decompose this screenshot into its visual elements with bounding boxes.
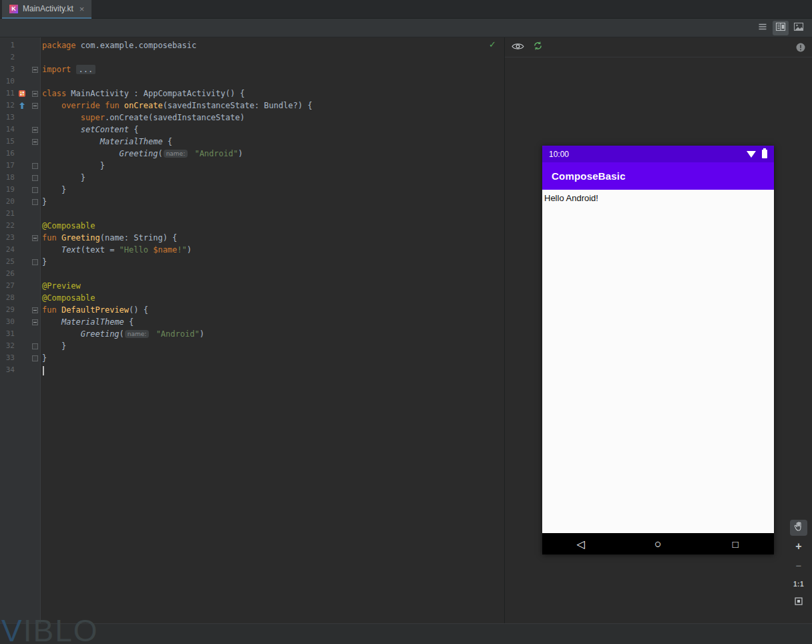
line-number[interactable]: 22: [0, 220, 15, 232]
code-text[interactable]: Greeting(name: "Android"): [41, 328, 204, 340]
line-number[interactable]: 26: [0, 268, 15, 280]
fold-collapse-icon[interactable]: [32, 103, 38, 109]
line-number[interactable]: 14: [0, 124, 15, 136]
fold-collapse-icon[interactable]: [32, 235, 38, 241]
line-number[interactable]: 33: [0, 352, 15, 364]
fold-marker[interactable]: [29, 172, 41, 184]
line-number[interactable]: 31: [0, 328, 15, 340]
code-text[interactable]: }: [41, 196, 47, 208]
fold-marker[interactable]: [29, 136, 41, 148]
line-number[interactable]: 1: [0, 39, 15, 51]
code-line[interactable]: 12 override fun onCreate(savedInstanceSt…: [0, 100, 504, 112]
line-number[interactable]: 21: [0, 208, 15, 220]
code-text[interactable]: package com.example.composebasic: [41, 39, 196, 51]
code-line[interactable]: 34: [0, 364, 504, 376]
line-number[interactable]: 20: [0, 196, 15, 208]
line-number[interactable]: 23: [0, 232, 15, 244]
code-text[interactable]: override fun onCreate(savedInstanceState…: [41, 100, 313, 112]
override-method-gutter-icon[interactable]: [15, 100, 29, 112]
line-number[interactable]: 19: [0, 184, 15, 196]
line-number[interactable]: 11: [0, 88, 15, 100]
code-line[interactable]: 32 }: [0, 340, 504, 352]
fold-collapse-icon[interactable]: [32, 127, 38, 133]
fold-marker[interactable]: [29, 196, 41, 208]
code-text[interactable]: @Composable: [41, 292, 95, 304]
code-line[interactable]: 22@Composable: [0, 220, 504, 232]
line-number[interactable]: 27: [0, 280, 15, 292]
code-line[interactable]: 33}: [0, 352, 504, 364]
fold-marker[interactable]: [29, 63, 41, 75]
code-text[interactable]: }: [41, 352, 47, 364]
fold-collapse-icon[interactable]: [32, 67, 38, 73]
code-line[interactable]: 18 }: [0, 172, 504, 184]
fold-collapse-icon[interactable]: [32, 91, 38, 97]
line-number[interactable]: 16: [0, 148, 15, 160]
code-line[interactable]: 21: [0, 208, 504, 220]
line-number[interactable]: 13: [0, 112, 15, 124]
fold-end-icon[interactable]: [32, 163, 38, 169]
code-line[interactable]: 14 setContent {: [0, 124, 504, 136]
code-line[interactable]: 16 Greeting(name: "Android"): [0, 148, 504, 160]
line-number[interactable]: 12: [0, 100, 15, 112]
zoom-out-button[interactable]: −: [790, 557, 807, 573]
tab-close-icon[interactable]: ×: [79, 5, 85, 13]
code-text[interactable]: }: [41, 172, 85, 184]
code-text[interactable]: MaterialTheme {: [41, 316, 134, 328]
code-line[interactable]: 10: [0, 75, 504, 88]
pan-button[interactable]: [790, 520, 807, 536]
code-line[interactable]: 30 MaterialTheme {: [0, 316, 504, 328]
line-number[interactable]: 2: [0, 51, 15, 63]
preview-visibility-button[interactable]: [512, 41, 524, 53]
line-number[interactable]: 15: [0, 136, 15, 148]
code-text[interactable]: [41, 364, 44, 376]
fold-marker[interactable]: [29, 352, 41, 364]
fold-end-icon[interactable]: [32, 343, 38, 349]
code-line[interactable]: 11class MainActivity : AppCompatActivity…: [0, 88, 504, 100]
code-line[interactable]: 23fun Greeting(name: String) {: [0, 232, 504, 244]
code-line[interactable]: 27@Preview: [0, 280, 504, 292]
fold-end-icon[interactable]: [32, 199, 38, 205]
line-number[interactable]: 3: [0, 63, 15, 75]
code-text[interactable]: fun DefaultPreview() {: [41, 304, 148, 316]
code-text[interactable]: setContent {: [41, 124, 139, 136]
preview-issues-button[interactable]: [796, 43, 805, 55]
code-text[interactable]: Greeting(name: "Android"): [41, 148, 243, 160]
code-line[interactable]: 1package com.example.composebasic: [0, 39, 504, 51]
line-number[interactable]: 28: [0, 292, 15, 304]
fold-collapse-icon[interactable]: [32, 307, 38, 313]
fold-marker[interactable]: [29, 340, 41, 352]
fold-collapse-icon[interactable]: [32, 139, 38, 145]
fold-marker[interactable]: [29, 88, 41, 100]
line-number[interactable]: 25: [0, 256, 15, 268]
fold-end-icon[interactable]: [32, 355, 38, 361]
code-text[interactable]: super.onCreate(savedInstanceState): [41, 112, 244, 124]
line-number[interactable]: 30: [0, 316, 15, 328]
code-editor[interactable]: 1package com.example.composebasic23impor…: [0, 37, 505, 623]
line-number[interactable]: 24: [0, 244, 15, 256]
zoom-in-button[interactable]: +: [790, 538, 807, 554]
fold-end-icon[interactable]: [32, 175, 38, 181]
code-text[interactable]: }: [41, 160, 105, 172]
code-text[interactable]: class MainActivity : AppCompatActivity()…: [41, 88, 244, 100]
code-text[interactable]: }: [41, 256, 47, 268]
line-number[interactable]: 34: [0, 364, 15, 376]
fold-end-icon[interactable]: [32, 259, 38, 265]
code-text[interactable]: @Composable: [41, 220, 95, 232]
fold-marker[interactable]: [29, 304, 41, 316]
code-line[interactable]: 24 Text(text = "Hello $name!"): [0, 244, 504, 256]
code-line[interactable]: 28@Composable: [0, 292, 504, 304]
code-text[interactable]: fun Greeting(name: String) {: [41, 232, 177, 244]
code-line[interactable]: 3import ...: [0, 63, 504, 75]
fold-marker[interactable]: [29, 124, 41, 136]
code-line[interactable]: 25}: [0, 256, 504, 268]
code-line[interactable]: 31 Greeting(name: "Android"): [0, 328, 504, 340]
code-line[interactable]: 19 }: [0, 184, 504, 196]
line-number[interactable]: 10: [0, 75, 15, 88]
split-view-button[interactable]: [773, 21, 789, 35]
design-view-button[interactable]: [791, 21, 807, 35]
fold-marker[interactable]: [29, 100, 41, 112]
code-line[interactable]: 17 }: [0, 160, 504, 172]
run-app-gutter-icon[interactable]: [15, 88, 29, 100]
line-number[interactable]: 29: [0, 304, 15, 316]
code-line[interactable]: 2: [0, 51, 504, 63]
